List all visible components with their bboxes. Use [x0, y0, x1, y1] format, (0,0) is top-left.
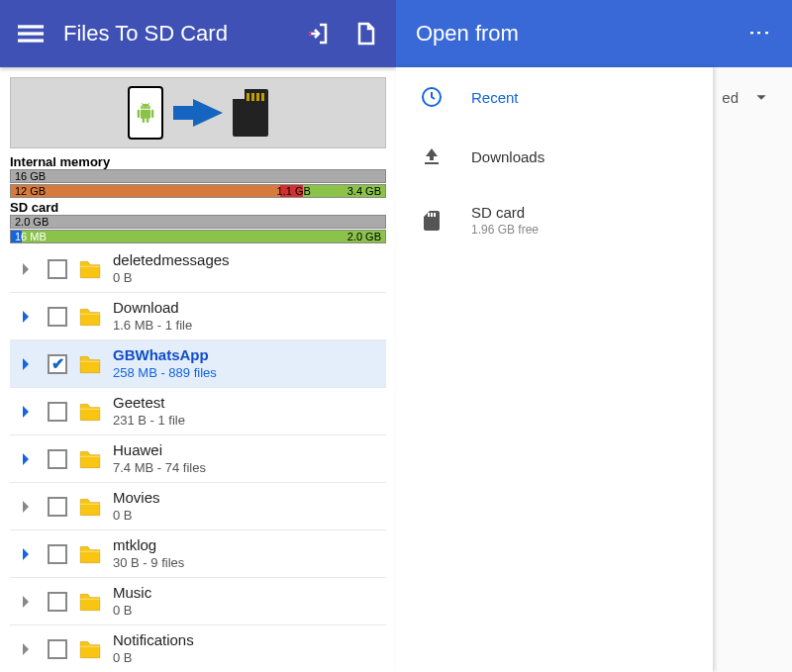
- file-name: GBWhatsApp: [113, 346, 217, 365]
- svg-rect-2: [18, 39, 44, 42]
- file-text: deletedmessages0 B: [113, 251, 230, 286]
- file-name: Music: [113, 584, 151, 603]
- sd-used-text: 16 MB: [11, 231, 50, 242]
- file-text: GBWhatsApp258 MB - 889 files: [113, 346, 217, 381]
- open-from-item-title: SD card: [471, 204, 539, 221]
- overflow-menu-icon[interactable]: ⋮: [746, 22, 772, 46]
- file-row[interactable]: Geetest231 B - 1 file: [10, 388, 386, 435]
- file-row[interactable]: mtklog30 B - 9 files: [10, 530, 386, 578]
- arrow-right-icon: [173, 99, 223, 127]
- file-checkbox[interactable]: [48, 544, 67, 564]
- sdcard-icon: [233, 89, 268, 137]
- open-from-item-subtitle: 1.96 GB free: [471, 223, 539, 237]
- storage-internal-total-bar: 16 GB: [10, 169, 386, 183]
- clock-icon: [420, 85, 444, 109]
- file-name: Movies: [113, 489, 160, 508]
- expand-chevron-icon[interactable]: [14, 542, 38, 566]
- storage-internal-used-bar: 12 GB 1.1 GB 3.4 GB: [10, 184, 386, 198]
- file-checkbox[interactable]: [48, 639, 67, 659]
- file-name: Download: [113, 299, 192, 318]
- folder-icon: [77, 446, 103, 472]
- svg-rect-0: [18, 25, 44, 28]
- expand-chevron-icon[interactable]: [14, 495, 38, 519]
- folder-icon: [77, 541, 103, 567]
- sort-underlay[interactable]: ed: [713, 67, 792, 127]
- file-checkbox[interactable]: [48, 497, 67, 517]
- internal-used-text: 12 GB: [11, 185, 50, 197]
- folder-icon: [77, 494, 103, 520]
- expand-chevron-icon[interactable]: [14, 590, 38, 614]
- open-from-title: Open from: [416, 21, 519, 47]
- app-title: Files To SD Card: [63, 21, 285, 47]
- file-text: Music0 B: [113, 584, 151, 619]
- svg-rect-1: [18, 32, 44, 35]
- internal-mid-text: 1.1 GB: [273, 185, 315, 197]
- file-subtitle: 7.4 MB - 74 files: [113, 460, 206, 476]
- file-text: mtklog30 B - 9 files: [113, 536, 184, 571]
- file-subtitle: 0 B: [113, 650, 194, 666]
- expand-chevron-icon[interactable]: [14, 447, 38, 471]
- file-row[interactable]: Notifications0 B: [10, 625, 386, 672]
- file-text: Huawei7.4 MB - 74 files: [113, 441, 206, 476]
- expand-chevron-icon[interactable]: [14, 400, 38, 424]
- file-checkbox[interactable]: [48, 259, 67, 279]
- transfer-icon[interactable]: [305, 21, 331, 47]
- folder-icon: [77, 304, 103, 330]
- chevron-down-icon: [750, 86, 772, 108]
- left-pane: Files To SD Card: [0, 0, 396, 672]
- appbar-left: Files To SD Card: [0, 0, 396, 67]
- internal-total-text: 16 GB: [11, 170, 50, 182]
- expand-chevron-icon[interactable]: [14, 257, 38, 281]
- file-name: deletedmessages: [113, 251, 230, 270]
- file-text: Notifications0 B: [113, 631, 194, 666]
- open-from-item-title: Downloads: [471, 148, 544, 165]
- file-row[interactable]: Huawei7.4 MB - 74 files: [10, 435, 386, 483]
- storage-internal-label: Internal memory: [10, 154, 386, 169]
- hamburger-icon[interactable]: [18, 21, 44, 47]
- expand-chevron-icon[interactable]: [14, 305, 38, 329]
- file-name: Notifications: [113, 631, 194, 650]
- phone-icon: [128, 86, 163, 140]
- folder-icon: [77, 589, 103, 615]
- file-checkbox[interactable]: [48, 354, 67, 374]
- file-subtitle: 1.6 MB - 1 file: [113, 318, 192, 334]
- open-from-text: Recent: [471, 89, 519, 106]
- file-row[interactable]: Music0 B: [10, 578, 386, 625]
- sd-free-text: 2.0 GB: [344, 231, 385, 242]
- file-checkbox[interactable]: [48, 402, 67, 422]
- sort-label: ed: [722, 89, 739, 106]
- file-row[interactable]: deletedmessages0 B: [10, 245, 386, 293]
- expand-chevron-icon[interactable]: [14, 352, 38, 376]
- file-row[interactable]: Movies0 B: [10, 483, 386, 530]
- folder-icon: [77, 399, 103, 425]
- document-icon[interactable]: [352, 21, 378, 47]
- open-from-item[interactable]: Downloads: [396, 127, 713, 186]
- storage-sd-label: SD card: [10, 200, 386, 215]
- file-name: mtklog: [113, 536, 184, 555]
- file-list: deletedmessages0 BDownload1.6 MB - 1 fil…: [10, 245, 386, 672]
- storage-sd-total-bar: 2.0 GB: [10, 215, 386, 229]
- internal-free-text: 3.4 GB: [344, 185, 385, 197]
- file-name: Huawei: [113, 441, 206, 460]
- file-text: Geetest231 B - 1 file: [113, 394, 185, 429]
- left-body: Internal memory 16 GB 12 GB 1.1 GB 3.4 G…: [0, 67, 396, 672]
- open-from-text: SD card1.96 GB free: [471, 204, 539, 237]
- open-from-list: RecentDownloadsSD card1.96 GB free: [396, 67, 713, 672]
- folder-icon: [77, 636, 103, 662]
- storage-sd-used-bar: 16 MB 2.0 GB: [10, 230, 386, 243]
- transfer-banner: [10, 77, 386, 148]
- file-checkbox[interactable]: [48, 307, 67, 327]
- file-row[interactable]: Download1.6 MB - 1 file: [10, 293, 386, 340]
- file-checkbox[interactable]: [48, 592, 67, 612]
- file-name: Geetest: [113, 394, 185, 413]
- sd-total-text: 2.0 GB: [11, 216, 52, 228]
- open-from-item[interactable]: SD card1.96 GB free: [396, 186, 713, 254]
- expand-chevron-icon[interactable]: [14, 637, 38, 661]
- folder-icon: [77, 256, 103, 282]
- file-subtitle: 0 B: [113, 508, 160, 524]
- file-text: Download1.6 MB - 1 file: [113, 299, 192, 334]
- file-checkbox[interactable]: [48, 449, 67, 469]
- file-row[interactable]: GBWhatsApp258 MB - 889 files: [10, 340, 386, 388]
- open-from-item[interactable]: Recent: [396, 67, 713, 127]
- file-text: Movies0 B: [113, 489, 160, 524]
